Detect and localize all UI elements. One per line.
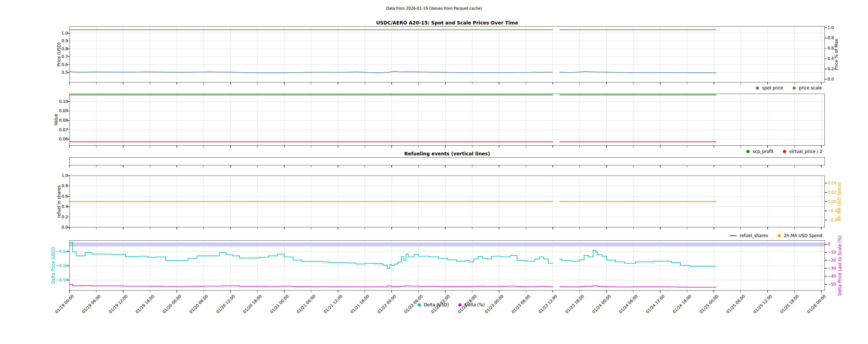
- x-tick-mark: [687, 290, 687, 292]
- x-tick-mark: [96, 146, 97, 148]
- x-tick-mark: [177, 290, 177, 292]
- series-delta-usd-: [560, 251, 716, 266]
- x-tick-mark: [633, 83, 634, 85]
- legend-label: price scale: [799, 86, 822, 90]
- x-tick-mark: [794, 146, 795, 148]
- y-tick-mark-right: [825, 38, 827, 38]
- x-tick-mark: [150, 227, 150, 229]
- x-tick-label: 01/23 06:00: [511, 294, 531, 314]
- y-tick-label-right: 1.0: [828, 25, 834, 30]
- x-tick-mark: [445, 290, 445, 292]
- x-tick-mark: [660, 83, 660, 85]
- x-tick-mark: [204, 290, 204, 292]
- x-tick-label: 01/24 18:00: [672, 294, 692, 314]
- x-tick-mark: [821, 146, 822, 148]
- x-tick-mark: [472, 83, 473, 85]
- y-tick-mark-right: [825, 69, 827, 69]
- legend-item-delta-usd-: Delta (USD): [417, 302, 449, 307]
- y-tick-label-left: 0.6: [62, 62, 68, 67]
- plot-area-prices: [69, 26, 825, 83]
- x-tick-mark: [741, 83, 741, 85]
- x-tick-mark: [284, 227, 284, 229]
- x-tick-mark: [69, 146, 70, 148]
- x-tick-mark: [741, 290, 741, 292]
- x-tick-mark: [123, 290, 123, 292]
- x-tick-mark: [580, 146, 580, 148]
- x-tick-mark: [284, 290, 284, 292]
- y-axis-label-left-value: Value: [54, 114, 58, 126]
- y-tick-label-left: 0.5: [62, 70, 68, 75]
- legend-dot-marker: [756, 87, 759, 90]
- y-tick-label-right: 0.6: [828, 46, 834, 51]
- y-tick-label-left: −0.54: [56, 249, 68, 254]
- x-tick-mark: [96, 290, 97, 292]
- y-axis-label-right-prices: Price % of Max: [834, 39, 839, 70]
- x-tick-mark: [230, 83, 231, 85]
- x-tick-mark: [204, 146, 204, 148]
- x-tick-mark: [257, 165, 258, 167]
- x-tick-label: 01/21 18:00: [350, 294, 370, 314]
- y-tick-mark-right: [825, 192, 827, 193]
- y-tick-label-left: 0.2: [62, 215, 68, 220]
- y-tick-label-right: 0.2: [828, 66, 834, 71]
- x-tick-mark: [284, 165, 284, 167]
- y-tick-label-right: −30: [828, 266, 836, 271]
- x-tick-mark: [96, 165, 97, 167]
- x-tick-label: 01/24 06:00: [618, 294, 639, 314]
- x-tick-mark: [445, 227, 445, 229]
- target-band: [69, 243, 825, 247]
- x-tick-mark: [687, 165, 687, 167]
- y-tick-mark-right: [825, 79, 827, 80]
- x-tick-mark: [445, 165, 445, 167]
- x-tick-label: 01/23 12:00: [537, 294, 558, 314]
- x-tick-mark: [821, 83, 822, 85]
- x-tick-mark: [767, 83, 768, 85]
- x-tick-mark: [284, 146, 284, 148]
- x-tick-label: 01/20 18:00: [242, 294, 263, 314]
- y-tick-label-right: 0.00: [828, 199, 837, 204]
- x-tick-mark: [767, 227, 768, 229]
- x-tick-mark: [526, 165, 526, 167]
- x-tick-mark: [311, 290, 311, 292]
- x-tick-mark: [123, 83, 123, 85]
- x-tick-mark: [230, 165, 231, 167]
- legend-item-spot-price: spot price: [756, 86, 783, 90]
- x-tick-mark: [338, 227, 338, 229]
- x-tick-mark: [767, 290, 768, 292]
- x-tick-mark: [687, 227, 687, 229]
- x-tick-mark: [392, 146, 392, 148]
- y-tick-label-right: −50: [828, 282, 836, 287]
- legend-dot-marker: [778, 234, 781, 237]
- x-tick-label: 01/25 12:00: [752, 294, 773, 314]
- y-axis-label-right-delta: Delta Price Last to Scale (%): [837, 235, 842, 295]
- y-tick-label-right: −20: [828, 258, 836, 263]
- x-tick-mark: [338, 83, 338, 85]
- x-tick-mark: [96, 83, 97, 85]
- y-tick-label-right: 0.4: [828, 56, 834, 61]
- x-tick-mark: [606, 290, 607, 292]
- y-axis-label-left-prices: Price (USD): [57, 42, 61, 66]
- legend-label: Delta (%): [465, 302, 485, 307]
- x-tick-mark: [150, 146, 150, 148]
- x-tick-mark: [687, 83, 687, 85]
- x-tick-mark: [580, 290, 580, 292]
- x-tick-mark: [714, 290, 714, 292]
- figure-suptitle: Data from 2026-01-19 (Values from Parque…: [0, 6, 868, 11]
- y-tick-label-left: 0.8: [62, 46, 68, 52]
- x-tick-mark: [794, 290, 795, 292]
- x-tick-mark: [714, 227, 714, 229]
- x-tick-mark: [204, 83, 204, 85]
- x-tick-mark: [821, 165, 822, 167]
- x-tick-mark: [204, 165, 204, 167]
- y-tick-mark-right: [825, 59, 827, 59]
- y-tick-label-right: 0.04: [828, 181, 837, 186]
- x-tick-label: 01/23 00:00: [484, 294, 504, 314]
- x-tick-mark: [472, 146, 473, 148]
- x-tick-mark: [633, 290, 634, 292]
- y-tick-label-right: −10: [828, 250, 836, 255]
- x-tick-mark: [123, 165, 123, 167]
- x-tick-label: 01/21 12:00: [323, 294, 343, 314]
- x-tick-mark: [526, 290, 526, 292]
- x-tick-mark: [553, 165, 553, 167]
- legend-label: 2h MA USD Spend: [784, 233, 822, 238]
